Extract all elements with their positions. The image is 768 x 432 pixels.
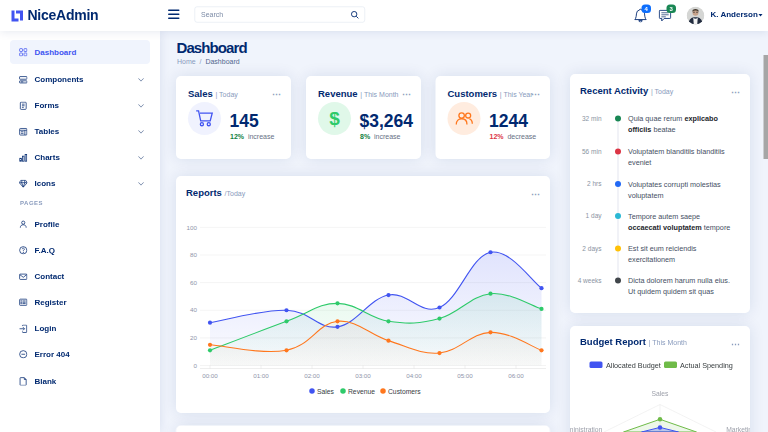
- svg-text:04:00: 04:00: [406, 372, 422, 379]
- svg-text:02:00: 02:00: [304, 372, 320, 379]
- svg-text:Allocated Budget: Allocated Budget: [606, 361, 661, 370]
- svg-text:Revenue: Revenue: [348, 388, 375, 395]
- svg-text:40: 40: [190, 306, 197, 313]
- svg-text:06:00: 06:00: [508, 372, 524, 379]
- svg-text:00:00: 00:00: [202, 372, 218, 379]
- svg-text:Administration: Administration: [570, 426, 603, 432]
- svg-text:100: 100: [187, 224, 198, 231]
- svg-text:Marketing: Marketing: [726, 426, 750, 432]
- svg-text:Customers: Customers: [388, 388, 421, 395]
- svg-text:Actual Spending: Actual Spending: [680, 361, 733, 370]
- svg-text:60: 60: [190, 279, 197, 286]
- svg-text:03:00: 03:00: [355, 372, 371, 379]
- svg-text:Sales: Sales: [652, 390, 670, 397]
- svg-text:0: 0: [194, 362, 198, 369]
- svg-text:20: 20: [190, 334, 197, 341]
- svg-text:Sales: Sales: [317, 388, 335, 395]
- svg-text:01:00: 01:00: [253, 372, 269, 379]
- svg-text:80: 80: [190, 251, 197, 258]
- svg-text:05:00: 05:00: [457, 372, 473, 379]
